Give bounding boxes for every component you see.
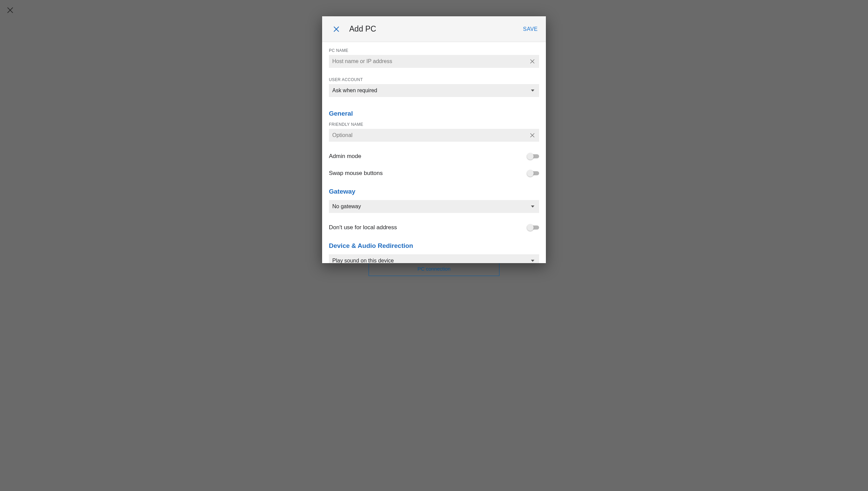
admin-mode-row: Admin mode bbox=[329, 148, 539, 165]
clear-icon[interactable] bbox=[529, 132, 536, 139]
admin-mode-toggle[interactable] bbox=[527, 153, 539, 160]
friendly-name-input[interactable] bbox=[332, 129, 539, 142]
pc-connection-button[interactable]: PC connection bbox=[369, 261, 499, 276]
backdrop-close-icon[interactable] bbox=[6, 6, 14, 14]
pc-name-input[interactable] bbox=[332, 55, 539, 68]
swap-mouse-row: Swap mouse buttons bbox=[329, 165, 539, 182]
dont-use-local-toggle[interactable] bbox=[527, 224, 539, 231]
chevron-down-icon bbox=[531, 90, 534, 92]
pc-name-label: PC NAME bbox=[329, 48, 539, 53]
friendly-name-field[interactable] bbox=[329, 129, 539, 142]
swap-mouse-label: Swap mouse buttons bbox=[329, 170, 383, 177]
friendly-name-label: FRIENDLY NAME bbox=[329, 122, 539, 127]
section-redirection-heading: Device & Audio Redirection bbox=[329, 242, 539, 250]
section-gateway-heading: Gateway bbox=[329, 188, 539, 195]
user-account-value: Ask when required bbox=[332, 87, 377, 94]
sound-value: Play sound on this device bbox=[332, 258, 394, 263]
swap-mouse-toggle[interactable] bbox=[527, 170, 539, 177]
dialog-body: PC NAME USER ACCOUNT Ask when required G… bbox=[322, 42, 546, 263]
admin-mode-label: Admin mode bbox=[329, 153, 361, 160]
gateway-dropdown[interactable]: No gateway bbox=[329, 200, 539, 213]
section-general-heading: General bbox=[329, 110, 539, 117]
save-button[interactable]: SAVE bbox=[523, 26, 538, 32]
add-pc-dialog: Add PC SAVE PC NAME USER ACCOUNT Ask whe… bbox=[322, 16, 546, 263]
dialog-header: Add PC SAVE bbox=[322, 16, 546, 42]
pc-name-field[interactable] bbox=[329, 55, 539, 68]
dont-use-local-row: Don't use for local address bbox=[329, 219, 539, 236]
user-account-dropdown[interactable]: Ask when required bbox=[329, 84, 539, 97]
pc-connection-label: PC connection bbox=[417, 266, 451, 272]
gateway-value: No gateway bbox=[332, 203, 361, 210]
chevron-down-icon bbox=[531, 205, 534, 208]
clear-icon[interactable] bbox=[529, 58, 536, 65]
dialog-title: Add PC bbox=[349, 24, 523, 34]
close-icon[interactable] bbox=[332, 24, 341, 34]
user-account-label: USER ACCOUNT bbox=[329, 77, 539, 82]
dont-use-local-label: Don't use for local address bbox=[329, 224, 397, 231]
chevron-down-icon bbox=[531, 260, 534, 262]
sound-dropdown[interactable]: Play sound on this device bbox=[329, 254, 539, 263]
